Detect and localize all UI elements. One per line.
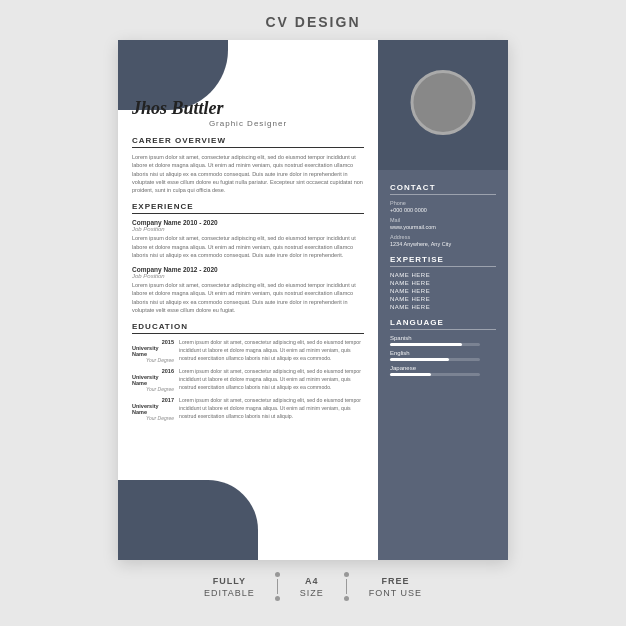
exp-position-1: Job Position [132, 226, 364, 232]
footer-divider-2 [344, 572, 349, 601]
career-overview-title: CAREER OVERVIEW [132, 136, 364, 148]
edu-item-3: 2017 University Name Your Degree Lorem i… [132, 397, 364, 421]
footer-size: SIZE [300, 588, 324, 598]
edu-degree-1: Your Degree [146, 357, 174, 363]
name-block: Jhos Buttler Graphic Designer [132, 98, 364, 128]
lang-name-1: Spanish [390, 335, 496, 341]
lang-name-3: Japanese [390, 365, 496, 371]
expertise-item-3: NAME HERE [390, 288, 496, 294]
edu-degree-3: Your Degree [146, 415, 174, 421]
exp-company-1: Company Name 2010 - 2020 [132, 219, 364, 226]
lang-bar-bg-1 [390, 343, 480, 346]
exp-item-2: Company Name 2012 - 2020 Job Position Lo… [132, 266, 364, 314]
lang-bar-fill-1 [390, 343, 462, 346]
edu-uni-3: University Name [132, 403, 174, 415]
phone-value: +000 000 0000 [390, 207, 496, 213]
career-overview-text: Lorem ipsum dolor sit amet, consectetur … [132, 153, 364, 194]
blob-bottom-decoration [118, 480, 258, 560]
mail-label: Mail [390, 217, 496, 223]
right-content: CONTACT Phone +000 000 0000 Mail www.you… [378, 40, 508, 392]
lang-item-3: Japanese [390, 365, 496, 376]
lang-bar-bg-3 [390, 373, 480, 376]
lang-bar-bg-2 [390, 358, 480, 361]
cv-document: Jhos Buttler Graphic Designer CAREER OVE… [118, 40, 508, 560]
footer-dot-3 [344, 572, 349, 577]
lang-bar-fill-3 [390, 373, 431, 376]
experience-title: EXPERIENCE [132, 202, 364, 214]
expertise-item-1: NAME HERE [390, 272, 496, 278]
footer-line-1 [277, 579, 278, 594]
edu-text-3: Lorem ipsum dolor sit amet, consectetur … [179, 397, 364, 421]
footer-dot-2 [275, 596, 280, 601]
cv-footer: FULLY EDITABLE A4 SIZE FREE FONT USE [118, 572, 508, 601]
mail-value: www.yourmail.com [390, 224, 496, 230]
footer-dot-4 [344, 596, 349, 601]
edu-item-1: 2015 University Name Your Degree Lorem i… [132, 339, 364, 363]
edu-text-1: Lorem ipsum dolor sit amet, consectetur … [179, 339, 364, 363]
footer-a4: A4 [305, 576, 319, 586]
footer-item-1: FULLY EDITABLE [204, 576, 255, 598]
exp-text-1: Lorem ipsum dolor sit amet, consectetur … [132, 234, 364, 259]
exp-text-2: Lorem ipsum dolor sit amet, consectetur … [132, 281, 364, 314]
footer-free: FREE [381, 576, 409, 586]
exp-item-1: Company Name 2010 - 2020 Job Position Lo… [132, 219, 364, 259]
edu-uni-1: University Name [132, 345, 174, 357]
address-value: 1234 Anywhere, Any City [390, 241, 496, 247]
expertise-item-2: NAME HERE [390, 280, 496, 286]
lang-item-1: Spanish [390, 335, 496, 346]
expertise-item-4: NAME HERE [390, 296, 496, 302]
edu-text-2: Lorem ipsum dolor sit amet, consectetur … [179, 368, 364, 392]
footer-fully: FULLY [213, 576, 246, 586]
footer-font-use: FONT USE [369, 588, 422, 598]
edu-uni-2: University Name [132, 374, 174, 386]
page-title: CV DESIGN [265, 14, 360, 30]
cv-right-panel: CONTACT Phone +000 000 0000 Mail www.you… [378, 40, 508, 560]
footer-item-2: A4 SIZE [300, 576, 324, 598]
exp-position-2: Job Position [132, 273, 364, 279]
lang-item-2: English [390, 350, 496, 361]
language-title: LANGUAGE [390, 318, 496, 330]
education-title: EDUCATION [132, 322, 364, 334]
footer-dot-1 [275, 572, 280, 577]
cv-name: Jhos Buttler [132, 98, 364, 119]
edu-degree-2: Your Degree [146, 386, 174, 392]
cv-job-title: Graphic Designer [132, 119, 364, 128]
footer-divider-1 [275, 572, 280, 601]
phone-label: Phone [390, 200, 496, 206]
expertise-title: EXPERTISE [390, 255, 496, 267]
contact-title: CONTACT [390, 183, 496, 195]
cv-left-panel: Jhos Buttler Graphic Designer CAREER OVE… [118, 40, 378, 560]
edu-item-2: 2016 University Name Your Degree Lorem i… [132, 368, 364, 392]
footer-editable: EDITABLE [204, 588, 255, 598]
footer-line-2 [346, 579, 347, 594]
exp-company-2: Company Name 2012 - 2020 [132, 266, 364, 273]
footer-item-3: FREE FONT USE [369, 576, 422, 598]
expertise-item-5: NAME HERE [390, 304, 496, 310]
lang-bar-fill-2 [390, 358, 449, 361]
address-label: Address [390, 234, 496, 240]
lang-name-2: English [390, 350, 496, 356]
